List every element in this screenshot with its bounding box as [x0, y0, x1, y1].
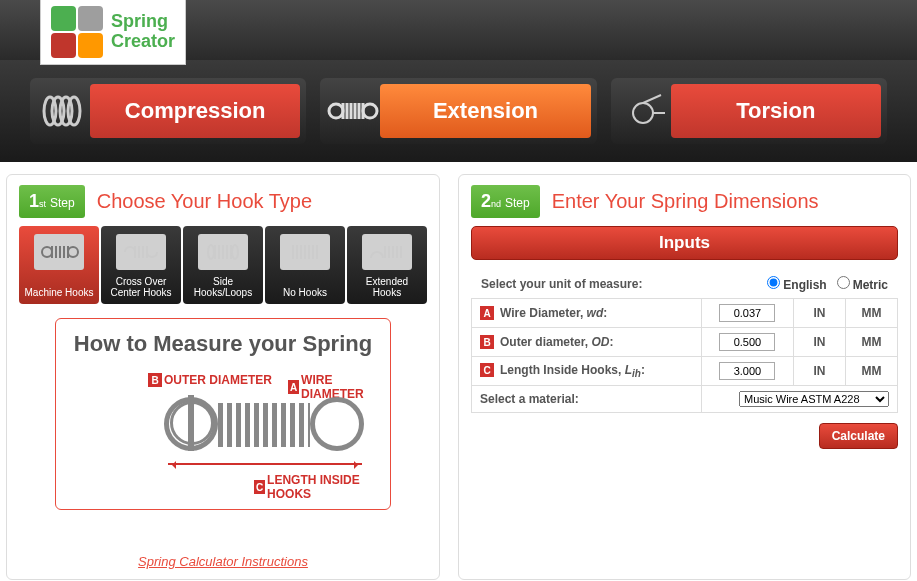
dimension-name: CLength Inside Hooks, Lih: — [472, 357, 702, 386]
hook-type-label: Machine Hooks — [25, 287, 94, 298]
material-select[interactable]: Music Wire ASTM A228 — [739, 391, 889, 407]
diagram-label-b: BOUTER DIAMETER — [148, 373, 272, 387]
logo-text: Spring Creator — [111, 12, 175, 52]
unit-in-button[interactable]: IN — [794, 299, 846, 328]
unit-label: Select your unit of measure: — [481, 277, 757, 291]
unit-english-radio[interactable] — [767, 276, 780, 289]
svg-line-7 — [643, 95, 661, 103]
dimension-row: AWire Diameter, wd:INMM — [472, 299, 898, 328]
unit-mm-button[interactable]: MM — [846, 299, 898, 328]
svg-point-4 — [329, 104, 343, 118]
hook-type-option[interactable]: Extended Hooks — [347, 226, 427, 304]
unit-english-option[interactable]: English — [767, 276, 826, 292]
dimension-input[interactable] — [719, 304, 775, 322]
diagram-label-c: CLENGTH INSIDE HOOKS — [254, 473, 378, 501]
hook-thumb-icon — [362, 234, 412, 270]
unit-mm-button[interactable]: MM — [846, 357, 898, 386]
nav-label: Extension — [380, 84, 590, 138]
extension-spring-icon — [326, 87, 380, 135]
spring-type-nav: Compression Extension Torsion — [0, 60, 917, 162]
step1-title: Choose Your Hook Type — [97, 190, 312, 213]
nav-label: Torsion — [671, 84, 881, 138]
svg-point-5 — [363, 104, 377, 118]
calculate-button[interactable]: Calculate — [819, 423, 898, 449]
hook-thumb-icon — [116, 234, 166, 270]
hook-type-label: Extended Hooks — [351, 276, 423, 298]
unit-selector: Select your unit of measure: English Met… — [471, 270, 898, 298]
dimensions-table: AWire Diameter, wd:INMMBOuter diameter, … — [471, 298, 898, 413]
nav-extension[interactable]: Extension — [320, 78, 596, 144]
svg-point-6 — [633, 103, 653, 123]
step1-chip: 1st Step — [19, 185, 85, 218]
diagram-title: How to Measure your Spring — [68, 331, 378, 357]
dimension-name: AWire Diameter, wd: — [472, 299, 702, 328]
hook-thumb-icon — [198, 234, 248, 270]
logo-icon — [51, 6, 103, 58]
hook-thumb-icon — [280, 234, 330, 270]
svg-point-12 — [232, 245, 238, 259]
hook-type-label: No Hooks — [283, 287, 327, 298]
dimension-name: BOuter diameter, OD: — [472, 328, 702, 357]
inputs-header: Inputs — [471, 226, 898, 260]
app-header: Spring Creator — [0, 0, 917, 60]
dimension-input[interactable] — [719, 333, 775, 351]
torsion-spring-icon — [617, 87, 671, 135]
step2-panel: 2nd Step Enter Your Spring Dimensions In… — [458, 174, 911, 580]
hook-type-option[interactable]: Side Hooks/Loops — [183, 226, 263, 304]
svg-point-10 — [68, 247, 78, 257]
unit-in-button[interactable]: IN — [794, 357, 846, 386]
hook-type-selector: Machine HooksCross Over Center HooksSide… — [19, 226, 427, 304]
hook-type-option[interactable]: Machine Hooks — [19, 226, 99, 304]
instructions-link[interactable]: Spring Calculator Instructions — [19, 554, 427, 569]
svg-point-3 — [68, 97, 80, 125]
hook-thumb-icon — [34, 234, 84, 270]
unit-mm-button[interactable]: MM — [846, 328, 898, 357]
dimension-row: BOuter diameter, OD:INMM — [472, 328, 898, 357]
unit-metric-radio[interactable] — [837, 276, 850, 289]
nav-torsion[interactable]: Torsion — [611, 78, 887, 144]
svg-point-11 — [208, 245, 214, 259]
step2-chip: 2nd Step — [471, 185, 540, 218]
step1-panel: 1st Step Choose Your Hook Type Machine H… — [6, 174, 440, 580]
hook-type-option[interactable]: Cross Over Center Hooks — [101, 226, 181, 304]
measurement-diagram: How to Measure your Spring BOUTER DIAMET… — [55, 318, 391, 510]
dimension-input[interactable] — [719, 362, 775, 380]
svg-point-9 — [42, 247, 52, 257]
hook-type-label: Side Hooks/Loops — [187, 276, 259, 298]
hook-type-label: Cross Over Center Hooks — [105, 276, 177, 298]
compression-spring-icon — [36, 87, 90, 135]
step2-title: Enter Your Spring Dimensions — [552, 190, 819, 213]
hook-type-option[interactable]: No Hooks — [265, 226, 345, 304]
logo[interactable]: Spring Creator — [40, 0, 186, 65]
nav-label: Compression — [90, 84, 300, 138]
nav-compression[interactable]: Compression — [30, 78, 306, 144]
dimension-row: CLength Inside Hooks, Lih:INMM — [472, 357, 898, 386]
unit-metric-option[interactable]: Metric — [837, 276, 888, 292]
unit-in-button[interactable]: IN — [794, 328, 846, 357]
material-label: Select a material: — [472, 386, 702, 413]
